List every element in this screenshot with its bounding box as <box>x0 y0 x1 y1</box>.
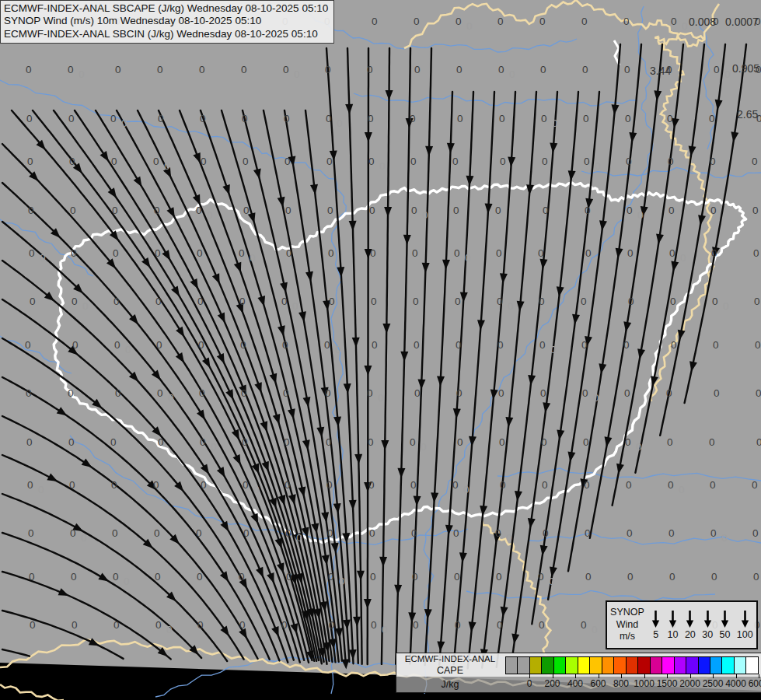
contour-label-zero-cin: 0 <box>292 300 298 312</box>
arrowhead-icon <box>270 373 278 384</box>
cape-color-cell <box>638 657 650 674</box>
arrowhead-icon <box>605 436 613 447</box>
contour-label-zero-cin: 0 <box>339 576 345 587</box>
cape-color-cell <box>651 657 662 674</box>
arrowhead-icon <box>384 207 392 217</box>
contour-label-zero: 0 <box>754 296 760 307</box>
contour-label-zero-cin: 0 <box>506 532 512 544</box>
wind-arrow-icon <box>651 610 661 628</box>
arrowhead-icon <box>171 285 180 296</box>
arrowhead-icon <box>567 451 575 462</box>
contour-label-zero: 0 <box>414 16 420 27</box>
contour-label-zero: 0 <box>582 64 588 75</box>
contour-label-zero: 0 <box>411 527 417 539</box>
cape-legend-unit: J/kg <box>396 679 504 690</box>
contour-label-zero: 0 <box>542 479 548 491</box>
contour-label-zero: 0 <box>626 479 632 491</box>
contour-label-zero: 0 <box>496 247 502 259</box>
arrowhead-icon <box>310 184 318 194</box>
contour-label-zero: 0 <box>711 247 717 259</box>
map-title-box: ECMWF-INDEX-ANAL SBCAPE (J/kg) Wednesday… <box>0 0 334 44</box>
contour-label-zero: 0 <box>372 16 378 27</box>
contour-label-zero: 0 <box>669 571 675 583</box>
contour-label-zero: 0 <box>286 247 292 259</box>
contour-label-zero: 0 <box>497 619 503 631</box>
contour-label-zero-cin: 0 <box>294 68 300 80</box>
arrowhead-icon <box>364 599 372 609</box>
arrowhead-icon <box>217 353 225 364</box>
arrowhead-icon <box>343 620 351 630</box>
title-line-wind: SYNOP Wind (m/s) 10m Wednesday 08-10-202… <box>4 15 328 27</box>
arrowhead-icon <box>344 383 351 394</box>
contour-label-zero-cin: 0 <box>337 117 343 129</box>
arrowhead-icon <box>345 104 353 114</box>
contour-label-zero-cin: 0 <box>79 68 85 80</box>
contour-label-zero: 0 <box>500 479 506 491</box>
arrowhead-icon <box>256 567 264 578</box>
contour-label-zero-cin: 0 <box>82 300 89 312</box>
contour-label-zero: 0 <box>198 339 204 351</box>
contour-label-zero: 0 <box>413 619 419 631</box>
cape-colorbar <box>505 656 759 674</box>
contour-label-zero: 0 <box>68 387 74 399</box>
contour-label-zero: 0 <box>243 479 249 491</box>
arrowhead-icon <box>397 468 405 478</box>
contour-label-zero: 0 <box>541 436 547 448</box>
contour-label-zero: 0 <box>368 479 375 491</box>
arrowhead-icon <box>511 634 519 645</box>
contour-label-zero: 0 <box>756 387 761 399</box>
wind-legend-entry: 10 <box>668 610 679 640</box>
contour-label-zero: 0 <box>199 387 205 399</box>
contour-label-zero: 0 <box>72 296 78 307</box>
contour-label-zero: 0 <box>456 387 463 399</box>
cape-legend: ECMWF-INDEX-ANAL CAPE J/kg 0200400600800… <box>396 653 761 693</box>
arrowhead-icon <box>540 545 548 556</box>
wind-legend-line2: Wind <box>607 619 648 632</box>
arrowhead-icon <box>302 439 310 450</box>
contour-label-zero: 0 <box>283 387 289 399</box>
contour-label-zero-cin: 0 <box>593 392 599 404</box>
contour-label-zero: 0 <box>714 387 720 399</box>
contour-label-zero: 0 <box>327 205 333 216</box>
contour-label-zero-cin: 0 <box>379 160 386 172</box>
wind-legend-unit: m/s <box>607 631 648 643</box>
contour-label-zero: 0 <box>26 64 32 75</box>
arrowhead-icon <box>311 523 319 534</box>
contour-label-zero: 0 <box>326 113 332 124</box>
arrowhead-icon <box>442 260 450 270</box>
contour-label-zero: 0 <box>455 296 461 307</box>
wind-legend-entry: 5 <box>651 610 661 640</box>
arrowhead-icon <box>267 572 274 583</box>
cape-color-cell <box>710 657 722 674</box>
arrowhead-icon <box>637 348 645 359</box>
arrowhead-icon <box>100 151 109 162</box>
contour-label-zero: 0 <box>538 571 544 583</box>
contour-label-zero: 0 <box>581 16 588 27</box>
contour-label-zero: 0 <box>624 387 630 399</box>
contour-label-zero: 0 <box>200 436 206 448</box>
contour-label-zero: 0 <box>499 113 505 124</box>
contour-label-zero: 0 <box>285 479 291 491</box>
wind-arrow-icon <box>685 610 695 628</box>
contour-label-zero: 0 <box>666 387 672 399</box>
contour-label-zero: 0 <box>670 296 676 307</box>
river-line <box>295 6 577 52</box>
contour-label-zero-cin: 0 <box>40 252 46 264</box>
station-value: 0.905 <box>732 62 759 75</box>
contour-label-zero: 0 <box>285 527 291 539</box>
contour-label-zero: 0 <box>710 527 717 539</box>
contour-label-zero: 0 <box>710 479 716 491</box>
contour-label-zero: 0 <box>113 296 120 307</box>
arrowhead-icon <box>460 292 468 302</box>
contour-label-zero-cin: 0 <box>378 392 384 404</box>
contour-label-zero: 0 <box>68 436 75 448</box>
cape-legend-source: ECMWF-INDEX-ANAL <box>396 654 504 663</box>
contour-label-zero: 0 <box>110 436 117 448</box>
contour-label-zero-cin: 0 <box>164 160 170 172</box>
contour-label-zero: 0 <box>410 113 416 124</box>
contour-label-zero: 0 <box>28 527 34 539</box>
contour-label-zero: 0 <box>456 16 462 27</box>
cape-color-cell <box>735 657 746 674</box>
contour-label-zero: 0 <box>371 619 377 631</box>
contour-label-zero: 0 <box>414 64 421 75</box>
